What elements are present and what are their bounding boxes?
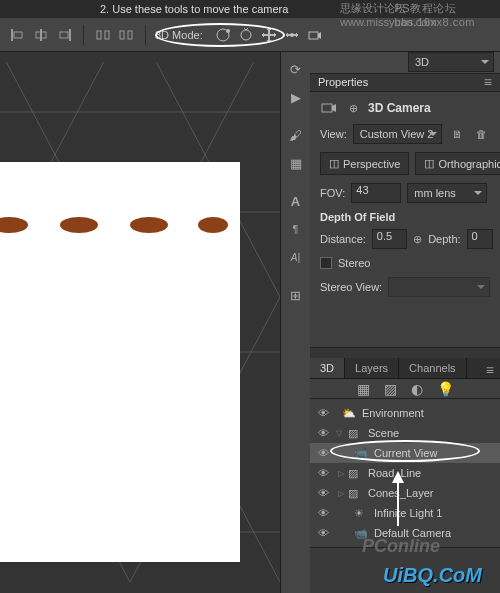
tree-item-environment[interactable]: 👁 ⛅ Environment [310, 403, 500, 423]
light-icon: ☀ [354, 507, 370, 520]
camera-icon: 📹 [354, 527, 370, 540]
orbit-icon[interactable] [213, 25, 233, 45]
distribute-tools [93, 25, 136, 45]
stereo-view-dropdown[interactable] [388, 277, 490, 297]
tree-item-road-line[interactable]: 👁 ▷ ▨ Road_Line [310, 463, 500, 483]
perspective-label: Perspective [343, 158, 400, 170]
env-icon: ⛅ [342, 407, 358, 420]
align-right-icon[interactable] [54, 25, 74, 45]
delete-view-icon[interactable]: 🗑 [472, 126, 490, 142]
visibility-icon[interactable]: 👁 [316, 487, 330, 499]
view-value: Custom View 2 [360, 128, 434, 140]
filter-mesh-icon[interactable]: ▨ [384, 381, 397, 397]
actions-icon[interactable]: ▶ [285, 86, 307, 108]
panel-menu-icon[interactable]: ≡ [480, 362, 500, 378]
tab-3d[interactable]: 3D [310, 358, 345, 378]
visibility-icon[interactable]: 👁 [316, 427, 330, 439]
svg-rect-1 [14, 32, 22, 38]
visibility-icon[interactable]: 👁 [316, 447, 330, 459]
char-styles-icon[interactable]: A| [285, 246, 307, 268]
slide-icon[interactable] [282, 25, 302, 45]
tab-layers[interactable]: Layers [345, 358, 399, 378]
disclosure-icon[interactable]: ▽ [334, 429, 344, 438]
view-dropdown[interactable]: Custom View 2 [353, 124, 442, 144]
tree-item-current-view[interactable]: 👁 📹 Current View [310, 443, 500, 463]
camera-tools [213, 25, 325, 45]
svg-rect-25 [322, 104, 332, 112]
camera-icon: 📹 [354, 447, 370, 460]
disclosure-icon[interactable]: ▷ [334, 469, 344, 478]
properties-body: ⊕ 3D Camera View: Custom View 2 🗎 🗑 ◫ Pe… [310, 92, 500, 348]
pick-icon[interactable]: ⊕ [413, 231, 422, 247]
panel-menu-icon[interactable]: ≡ [484, 74, 492, 90]
fov-unit-dropdown[interactable]: mm lens [407, 183, 487, 203]
mode-label: 3D Mode: [155, 29, 203, 41]
depth-input[interactable]: 0 [467, 229, 493, 249]
mesh-icon: ▨ [348, 487, 364, 500]
tree-item-infinite-light[interactable]: 👁 ☀ Infinite Light 1 [310, 503, 500, 523]
divider [145, 25, 146, 45]
fov-input[interactable]: 43 [351, 183, 401, 203]
para-icon[interactable]: ¶ [285, 218, 307, 240]
three-d-tabs: 3D Layers Channels ≡ [310, 358, 500, 379]
view-label: View: [320, 128, 347, 140]
camera-icon [320, 100, 338, 116]
cube-icon: ◫ [424, 157, 434, 170]
brush-icon[interactable]: 🖌 [285, 124, 307, 146]
orthographic-button[interactable]: ◫ Orthographic [415, 152, 500, 175]
save-view-icon[interactable]: 🗎 [448, 126, 466, 142]
item-label: Road_Line [368, 467, 421, 479]
visibility-icon[interactable]: 👁 [316, 527, 330, 539]
tree-item-default-camera[interactable]: 👁 📹 Default Camera [310, 523, 500, 543]
dist-icon-1[interactable] [93, 25, 113, 45]
workspace-row: 3D [310, 52, 500, 74]
svg-rect-14 [309, 32, 318, 39]
clone-icon[interactable]: ⊞ [285, 284, 307, 306]
workspace-dropdown[interactable]: 3D [408, 52, 494, 72]
item-label: Current View [374, 447, 437, 459]
svg-rect-8 [120, 31, 124, 39]
filter-light-icon[interactable]: 💡 [437, 381, 454, 397]
visibility-icon[interactable]: 👁 [316, 467, 330, 479]
align-center-icon[interactable] [31, 25, 51, 45]
tree-item-cones-layer[interactable]: 👁 ▷ ▨ Cones_Layer [310, 483, 500, 503]
stereo-label: Stereo [338, 257, 370, 269]
collapsed-panel-strip: ⟳ ▶ 🖌 ▦ A ¶ A| ⊞ [280, 52, 310, 593]
disclosure-icon[interactable]: ▷ [334, 489, 344, 498]
divider [83, 25, 84, 45]
options-bar: 3D Mode: [0, 18, 500, 52]
svg-rect-6 [97, 31, 101, 39]
dist-icon-2[interactable] [116, 25, 136, 45]
stereo-checkbox[interactable] [320, 257, 332, 269]
swatches-icon[interactable]: ▦ [285, 152, 307, 174]
distance-input[interactable]: 0.5 [372, 229, 407, 249]
filter-scene-icon[interactable]: ▦ [357, 381, 370, 397]
properties-tab-label[interactable]: Properties [318, 76, 368, 88]
cone-object [60, 217, 98, 233]
char-icon[interactable]: A [285, 190, 307, 212]
depth-label: Depth: [428, 233, 460, 245]
stereo-view-label: Stereo View: [320, 281, 382, 293]
fov-label: FOV: [320, 187, 345, 199]
three-d-filter-toolbar: ▦ ▨ ◐ 💡 [310, 379, 500, 399]
item-label: Scene [368, 427, 399, 439]
distance-label: Distance: [320, 233, 366, 245]
coords-icon: ⊕ [344, 100, 362, 116]
workspace-value: 3D [415, 56, 429, 68]
svg-point-13 [290, 33, 294, 37]
history-icon[interactable]: ⟳ [285, 58, 307, 80]
visibility-icon[interactable]: 👁 [316, 407, 330, 419]
cone-object [198, 217, 228, 233]
pan-icon[interactable] [259, 25, 279, 45]
roll-icon[interactable] [236, 25, 256, 45]
zoom-camera-icon[interactable] [305, 25, 325, 45]
canvas-area[interactable] [0, 52, 280, 593]
align-left-icon[interactable] [8, 25, 28, 45]
perspective-button[interactable]: ◫ Perspective [320, 152, 409, 175]
fov-unit-value: mm lens [414, 187, 456, 199]
tree-item-scene[interactable]: 👁 ▽ ▨ Scene [310, 423, 500, 443]
item-label: Environment [362, 407, 424, 419]
tab-channels[interactable]: Channels [399, 358, 466, 378]
filter-material-icon[interactable]: ◐ [411, 381, 423, 397]
visibility-icon[interactable]: 👁 [316, 507, 330, 519]
